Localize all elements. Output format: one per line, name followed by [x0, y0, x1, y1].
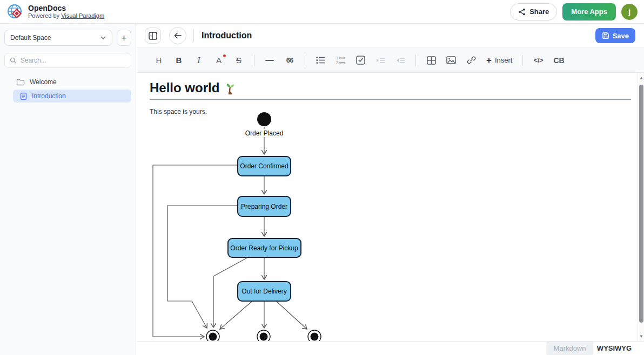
- bold-button[interactable]: B: [174, 55, 184, 66]
- page-title: Introduction: [202, 31, 252, 40]
- numbered-list-icon: 1 2: [336, 56, 345, 65]
- inline-code-button[interactable]: </>: [533, 55, 543, 66]
- visual-paradigm-link[interactable]: Visual Paradigm: [61, 12, 104, 19]
- horizontal-rule-button[interactable]: [265, 55, 274, 66]
- table-button[interactable]: [426, 55, 436, 66]
- space-selector-value: Default Space: [10, 34, 51, 42]
- save-button[interactable]: Save: [595, 28, 635, 43]
- editor-mode-bar: Markdown WYSIWYG: [137, 341, 644, 355]
- main-panel: Introduction Save H B I A S 66: [137, 24, 644, 355]
- svg-text:Out for Delivery: Out for Delivery: [242, 288, 286, 295]
- link-button[interactable]: [466, 55, 476, 66]
- scroll-down-arrow[interactable]: ▼: [638, 332, 644, 340]
- image-icon: [446, 56, 456, 64]
- share-label: Share: [529, 8, 549, 16]
- chevron-down-icon: [100, 35, 106, 41]
- vertical-scrollbar[interactable]: ▲ ▼: [638, 73, 644, 341]
- scroll-up-arrow[interactable]: ▲: [638, 74, 644, 81]
- task-list-button[interactable]: [355, 55, 365, 66]
- back-arrow-icon: [173, 32, 182, 39]
- save-label: Save: [613, 32, 629, 40]
- more-apps-button[interactable]: More Apps: [562, 3, 616, 21]
- header-divider: [193, 29, 194, 42]
- insert-label: Insert: [495, 56, 513, 64]
- search-input[interactable]: [21, 57, 126, 64]
- plus-icon: +: [486, 56, 492, 65]
- toolbar-divider: [522, 55, 523, 66]
- folder-icon: [16, 78, 25, 86]
- svg-text:Preparing Order: Preparing Order: [241, 203, 287, 210]
- final-state-right[interactable]: [308, 330, 321, 341]
- heading-rule: [150, 99, 631, 100]
- toolbar-divider: [415, 55, 416, 66]
- seedling-emoji-icon: [224, 81, 237, 94]
- share-icon: [518, 8, 526, 16]
- final-state-left[interactable]: [206, 330, 219, 341]
- outdent-icon: [396, 57, 405, 64]
- space-selector[interactable]: Default Space: [4, 30, 112, 46]
- numbered-list-button[interactable]: 1 2: [336, 55, 345, 66]
- initial-state[interactable]: [257, 112, 271, 126]
- sidebar: Default Space + Welcome: [0, 24, 136, 355]
- toolbar-divider: [254, 55, 254, 66]
- brand: OpenDocs Powered by Visual Paradigm: [6, 3, 104, 21]
- state-preparing-order[interactable]: Preparing Order: [238, 196, 291, 216]
- toolbar-divider: [305, 55, 305, 66]
- color-dot: [223, 54, 226, 57]
- svg-text:Order Confirmed: Order Confirmed: [240, 162, 288, 170]
- indent-button: [375, 55, 385, 66]
- edge-confirmed-loop-to-final: [153, 165, 238, 337]
- state-out-for-delivery[interactable]: Out for Delivery: [238, 282, 291, 301]
- state-diagram[interactable]: Order Placed Order Confirmed Preparing O…: [137, 111, 515, 341]
- strikethrough-button[interactable]: S: [234, 55, 244, 66]
- blockquote-button[interactable]: 66: [285, 55, 294, 66]
- page-tree: Welcome Introduction: [0, 77, 136, 103]
- sidebar-toggle-icon: [149, 32, 157, 40]
- outdent-button: [395, 55, 405, 66]
- wysiwyg-mode-button[interactable]: WYSIWYG: [593, 342, 635, 355]
- task-list-icon: [356, 56, 365, 65]
- document-header: Introduction Save: [137, 24, 644, 47]
- state-order-confirmed[interactable]: Order Confirmed: [238, 156, 291, 176]
- back-button[interactable]: [169, 27, 186, 44]
- table-icon: [427, 56, 436, 65]
- tree-item-introduction[interactable]: Introduction: [13, 90, 131, 103]
- svg-text:Order Ready for Pickup: Order Ready for Pickup: [230, 244, 298, 252]
- app-title: OpenDocs: [28, 4, 104, 12]
- tree-folder-welcome[interactable]: Welcome: [0, 77, 136, 87]
- scrollbar-thumb[interactable]: [639, 85, 643, 323]
- share-button[interactable]: Share: [510, 3, 557, 21]
- bullet-list-icon: [316, 56, 325, 64]
- content-heading: Hello world: [150, 80, 631, 95]
- tree-item-label: Introduction: [32, 92, 66, 100]
- heading-button[interactable]: H: [154, 55, 164, 66]
- image-button[interactable]: [446, 55, 456, 66]
- search-box: [4, 53, 131, 68]
- svg-text:1: 1: [336, 56, 338, 60]
- user-avatar[interactable]: j: [621, 4, 638, 20]
- edge-out-to-final-right: [276, 301, 307, 329]
- top-header: OpenDocs Powered by Visual Paradigm Shar…: [0, 0, 644, 24]
- code-block-button[interactable]: CB: [553, 55, 564, 66]
- edge-preparing-loop-to-final: [167, 206, 238, 328]
- link-icon: [467, 56, 476, 65]
- app-window: OpenDocs Powered by Visual Paradigm Shar…: [0, 0, 644, 355]
- powered-by: Powered by Visual Paradigm: [28, 12, 104, 19]
- edge-out-to-final-left: [220, 301, 252, 329]
- indent-icon: [376, 57, 385, 64]
- markdown-mode-button[interactable]: Markdown: [546, 342, 593, 355]
- editor-content[interactable]: Hello world This space is yours.: [137, 73, 644, 341]
- state-order-ready-for-pickup[interactable]: Order Ready for Pickup: [228, 238, 301, 257]
- search-icon: [10, 57, 17, 64]
- horizontal-rule-icon: [265, 60, 274, 61]
- toggle-sidebar-button[interactable]: [145, 28, 161, 44]
- add-space-button[interactable]: +: [117, 30, 131, 46]
- insert-button[interactable]: + Insert: [486, 55, 512, 66]
- font-color-button[interactable]: A: [214, 55, 224, 66]
- italic-button[interactable]: I: [194, 55, 204, 66]
- svg-text:2: 2: [336, 61, 338, 65]
- tree-folder-label: Welcome: [30, 78, 57, 86]
- visual-paradigm-logo-icon: [6, 3, 24, 21]
- bullet-list-button[interactable]: [316, 55, 325, 66]
- final-state-middle[interactable]: [257, 330, 270, 341]
